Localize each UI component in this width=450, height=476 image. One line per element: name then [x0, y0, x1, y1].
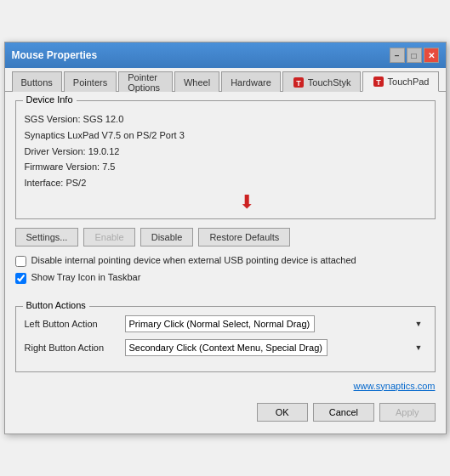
- footer-buttons: OK Cancel Apply: [15, 398, 436, 425]
- device-info-line-0: SGS Version: SGS 12.0: [25, 111, 426, 128]
- device-info-group: Device Info SGS Version: SGS 12.0 Synapt…: [15, 100, 436, 218]
- settings-button[interactable]: Settings...: [15, 228, 79, 246]
- title-bar: Mouse Properties – □ ✕: [5, 42, 446, 68]
- button-actions-group: Button Actions Left Button Action Primar…: [15, 306, 436, 372]
- title-bar-controls: – □ ✕: [390, 48, 439, 63]
- maximize-button[interactable]: □: [407, 48, 422, 63]
- device-buttons-row: Settings... Enable Disable Restore Defau…: [15, 228, 436, 246]
- right-button-select-wrapper: Secondary Click (Context Menu, Special D…: [125, 339, 426, 356]
- button-actions-title: Button Actions: [23, 300, 89, 310]
- tab-touchpad-label: TouchPad: [388, 76, 430, 87]
- tab-buttons-label: Buttons: [21, 77, 53, 88]
- tab-hardware[interactable]: Hardware: [221, 71, 281, 92]
- left-button-select[interactable]: Primary Click (Normal Select, Normal Dra…: [125, 315, 315, 332]
- right-button-row: Right Button Action Secondary Click (Con…: [25, 339, 426, 356]
- apply-button[interactable]: Apply: [379, 403, 436, 422]
- tab-pointer-options[interactable]: Pointer Options: [118, 71, 173, 92]
- synaptics-link[interactable]: www.synaptics.com: [15, 381, 436, 391]
- left-button-label: Left Button Action: [25, 319, 118, 329]
- right-button-select[interactable]: Secondary Click (Context Menu, Special D…: [125, 339, 328, 356]
- touchpad-icon: T: [372, 75, 385, 88]
- show-tray-row: Show Tray Icon in Taskbar: [15, 272, 436, 284]
- device-info-title: Device Info: [23, 94, 77, 105]
- restore-defaults-button[interactable]: Restore Defaults: [198, 228, 290, 246]
- left-button-row: Left Button Action Primary Click (Normal…: [25, 315, 426, 332]
- tab-pointers-label: Pointers: [73, 77, 107, 88]
- close-button[interactable]: ✕: [424, 48, 439, 63]
- disable-button[interactable]: Disable: [140, 228, 194, 246]
- window-title: Mouse Properties: [12, 49, 98, 61]
- disable-internal-label: Disable internal pointing device when ex…: [31, 255, 356, 265]
- cancel-button[interactable]: Cancel: [313, 403, 374, 422]
- svg-text:T: T: [296, 79, 301, 88]
- tab-pointers[interactable]: Pointers: [64, 71, 117, 92]
- ok-button[interactable]: OK: [257, 403, 308, 422]
- tab-bar: Buttons Pointers Pointer Options Wheel H…: [5, 68, 446, 92]
- device-info-text: SGS Version: SGS 12.0 Synaptics LuxPad V…: [25, 111, 426, 190]
- svg-text:T: T: [376, 78, 381, 87]
- right-button-label: Right Button Action: [25, 343, 118, 353]
- device-info-line-3: Firmware Version: 7.5: [25, 159, 426, 175]
- tab-touchpad[interactable]: T TouchPad: [362, 71, 439, 92]
- tab-touchstyk-label: TouchStyk: [308, 77, 351, 88]
- tab-wheel-label: Wheel: [184, 77, 210, 88]
- tab-touchstyk[interactable]: T TouchStyk: [282, 71, 361, 92]
- tab-wheel[interactable]: Wheel: [174, 71, 219, 92]
- enable-button[interactable]: Enable: [83, 228, 134, 246]
- arrow-container: ⬇: [67, 193, 426, 212]
- left-button-select-wrapper: Primary Click (Normal Select, Normal Dra…: [125, 315, 426, 332]
- device-info-line-1: Synaptics LuxPad V7.5 on PS/2 Port 3: [25, 128, 426, 144]
- device-info-line-4: Interface: PS/2: [25, 175, 426, 191]
- disable-internal-row: Disable internal pointing device when ex…: [15, 255, 436, 267]
- touchstyk-icon: T: [292, 76, 305, 89]
- minimize-button[interactable]: –: [390, 48, 405, 63]
- mouse-properties-window: Mouse Properties – □ ✕ Buttons Pointers …: [4, 42, 447, 434]
- tab-hardware-label: Hardware: [231, 77, 271, 88]
- down-arrow-icon: ⬇: [239, 193, 254, 212]
- tab-pointer-options-label: Pointer Options: [128, 72, 163, 93]
- tab-buttons[interactable]: Buttons: [12, 71, 62, 92]
- show-tray-label: Show Tray Icon in Taskbar: [31, 272, 141, 282]
- disable-internal-checkbox[interactable]: [15, 256, 26, 267]
- tab-content: Device Info SGS Version: SGS 12.0 Synapt…: [5, 92, 446, 433]
- device-info-line-2: Driver Version: 19.0.12: [25, 144, 426, 160]
- show-tray-checkbox[interactable]: [15, 273, 26, 284]
